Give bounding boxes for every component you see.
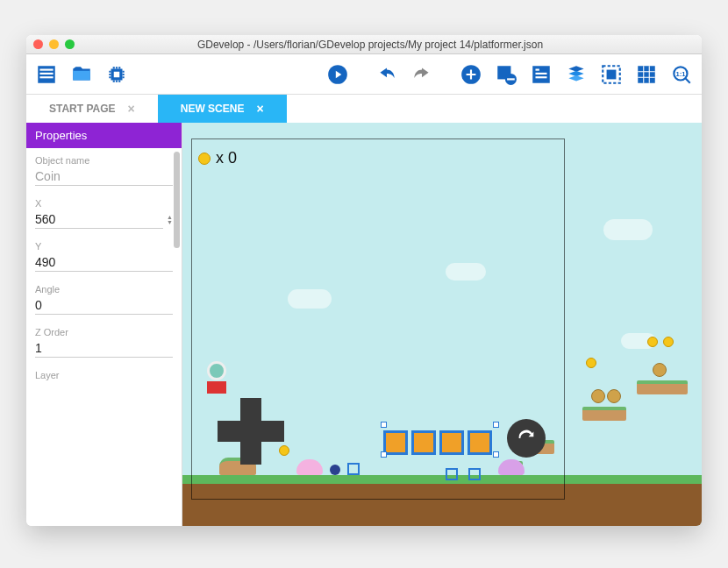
coin [663, 337, 674, 347]
titlebar[interactable]: GDevelop - /Users/florian/GDevelop proje… [26, 35, 702, 54]
tab-label: NEW SCENE [181, 103, 245, 115]
close-icon[interactable]: × [256, 102, 263, 116]
instances-icon[interactable] [596, 60, 626, 89]
coin [647, 337, 658, 347]
redo-icon[interactable] [407, 60, 437, 89]
svg-text:1:1: 1:1 [675, 70, 685, 78]
panel-body: Object name X ▲▼ Y Angle [26, 148, 182, 526]
scene-canvas[interactable]: x 0 [182, 123, 702, 526]
z-field[interactable] [35, 339, 173, 358]
cloud [603, 219, 653, 240]
undo-icon[interactable] [372, 60, 402, 89]
scrollbar-thumb[interactable] [174, 152, 180, 248]
object-name-field[interactable] [35, 167, 173, 186]
window-close-button[interactable] [33, 39, 43, 49]
grid-icon[interactable] [632, 60, 661, 89]
counter-text: x 0 [216, 149, 237, 167]
camera-frame [191, 138, 565, 500]
tab-new-scene[interactable]: NEW SCENE × [158, 95, 287, 123]
tab-bar: START PAGE × NEW SCENE × [26, 95, 702, 123]
zoom-reset-icon[interactable]: 1:1 [667, 60, 696, 89]
platform [582, 407, 626, 421]
project-manager-icon[interactable] [32, 60, 61, 89]
platform-coin [653, 363, 667, 377]
chip-icon[interactable] [102, 60, 132, 89]
platform-coin [607, 389, 621, 403]
svg-rect-12 [536, 68, 539, 70]
panel-title: Properties [26, 123, 182, 148]
layer-label: Layer [35, 370, 173, 380]
angle-field[interactable] [35, 296, 173, 315]
z-label: Z Order [35, 327, 173, 337]
tab-label: START PAGE [49, 103, 116, 115]
svg-rect-16 [607, 69, 617, 79]
x-field[interactable] [35, 210, 163, 229]
open-folder-icon[interactable] [67, 60, 96, 89]
x-stepper[interactable]: ▲▼ [167, 215, 173, 225]
svg-rect-13 [536, 72, 547, 74]
coin-counter: x 0 [198, 149, 237, 167]
object-name-label: Object name [35, 155, 173, 166]
x-label: X [35, 198, 173, 209]
platform-coin [591, 389, 605, 403]
properties-icon[interactable] [526, 60, 556, 89]
svg-rect-2 [39, 72, 53, 74]
svg-rect-17 [638, 66, 655, 83]
tab-start-page[interactable]: START PAGE × [26, 95, 158, 123]
angle-label: Angle [35, 284, 173, 295]
add-object-icon[interactable] [456, 60, 486, 89]
svg-rect-3 [39, 76, 53, 78]
y-field[interactable] [35, 253, 173, 272]
close-icon[interactable]: × [128, 102, 135, 116]
layers-icon[interactable] [561, 60, 591, 89]
remove-object-icon[interactable] [491, 60, 521, 89]
svg-rect-1 [39, 68, 53, 70]
app-window: GDevelop - /Users/florian/GDevelop proje… [26, 35, 702, 526]
svg-rect-5 [114, 71, 120, 77]
coin-icon [198, 153, 211, 165]
play-icon[interactable] [323, 60, 353, 89]
main-body: Properties Object name X ▲▼ Y [26, 123, 702, 526]
svg-rect-14 [536, 76, 547, 78]
toolbar: 1:1 [26, 54, 702, 95]
y-label: Y [35, 241, 173, 252]
window-title: GDevelop - /Users/florian/GDevelop proje… [46, 39, 695, 51]
platform [637, 380, 688, 394]
coin [586, 358, 596, 368]
svg-rect-10 [507, 78, 515, 80]
properties-panel: Properties Object name X ▲▼ Y [26, 123, 182, 526]
